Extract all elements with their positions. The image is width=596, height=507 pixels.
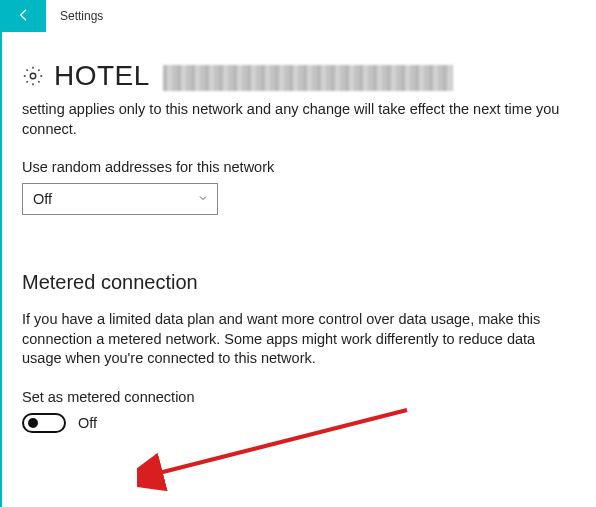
network-description: setting applies only to this network and… xyxy=(22,100,562,139)
network-name: HOTEL xyxy=(54,60,149,91)
gear-icon xyxy=(22,65,44,87)
network-header: HOTEL xyxy=(22,60,576,92)
svg-point-0 xyxy=(30,73,36,79)
metered-toggle-label: Set as metered connection xyxy=(22,389,576,405)
metered-toggle[interactable] xyxy=(22,413,66,433)
chevron-down-icon xyxy=(197,191,209,207)
metered-heading: Metered connection xyxy=(22,271,576,294)
window-title: Settings xyxy=(46,0,103,32)
toggle-knob xyxy=(28,418,38,428)
metered-description: If you have a limited data plan and want… xyxy=(22,310,562,369)
redacted-text xyxy=(163,65,453,91)
content-area: HOTEL setting applies only to this netwo… xyxy=(2,32,596,433)
random-addresses-label: Use random addresses for this network xyxy=(22,159,576,175)
random-addresses-dropdown[interactable]: Off xyxy=(22,183,218,215)
titlebar: Settings xyxy=(2,0,596,32)
arrow-left-icon xyxy=(16,7,32,26)
back-button[interactable] xyxy=(2,0,46,32)
dropdown-selected-value: Off xyxy=(33,191,52,207)
metered-toggle-state: Off xyxy=(78,415,97,431)
